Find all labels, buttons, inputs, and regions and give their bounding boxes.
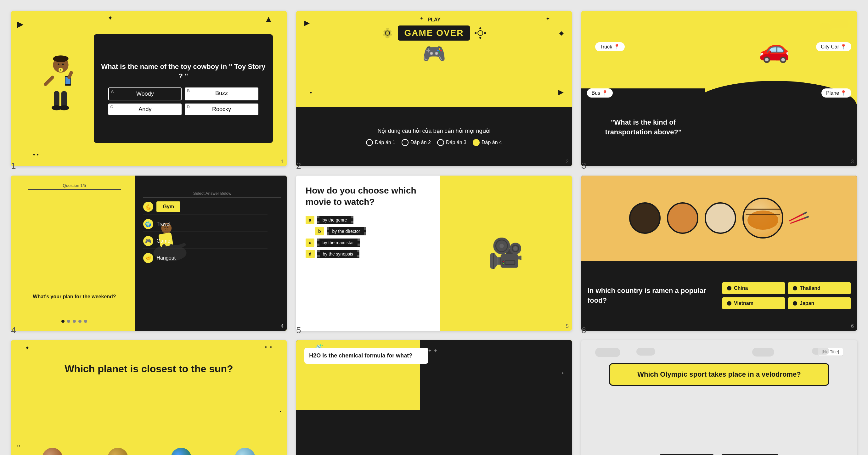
slide-4[interactable]: What's your plan for the weekend? Questi…: [11, 175, 287, 331]
top-section-6: 🥢: [581, 175, 857, 261]
slide-wrapper-9: [No Title] Which Olympic sport takes pla…: [577, 335, 862, 455]
divider-top: [28, 189, 121, 190]
cloud-s9-2: [637, 348, 655, 356]
star-2: ✦: [561, 371, 564, 376]
dot-5: [84, 320, 87, 323]
slide-6[interactable]: 🥢 In which country is ramen a popular fo…: [581, 175, 857, 331]
ans-opt-1[interactable]: Đáp án 1: [366, 139, 395, 146]
cloud-1: [830, 19, 849, 28]
circle-4: [473, 139, 479, 146]
deco-s2-6: ◆: [559, 30, 564, 36]
option-game[interactable]: 🎮 Game: [143, 236, 267, 249]
answers-row-2: Đáp án 1 Đáp án 2 Đáp án 3 Đáp án 4: [366, 139, 502, 146]
svg-point-10: [59, 105, 69, 110]
answer-d[interactable]: D Roocky: [185, 103, 258, 115]
bottom-section-6: In which country is ramen a popular food…: [581, 261, 857, 331]
ramen-ans-vietnam[interactable]: Vietnam: [722, 297, 785, 309]
answer-a-text: Woody: [136, 91, 154, 97]
slide-page-num: 1: [281, 159, 284, 165]
film-strip-d: by the synopsis: [317, 250, 360, 258]
letter-d: D: [187, 104, 189, 109]
dot-thailand: [793, 286, 797, 290]
slide-9[interactable]: [No Title] Which Olympic sport takes pla…: [581, 340, 857, 455]
ramen-ans-japan[interactable]: Japan: [788, 297, 851, 309]
gameover-title: GAME OVER: [398, 26, 470, 41]
ans-opt-2[interactable]: Đáp án 2: [402, 139, 431, 146]
answer-b-text: Buzz: [215, 90, 228, 96]
deco-s7-1: ✦: [25, 345, 30, 352]
option-d[interactable]: d by the synopsis: [306, 250, 430, 258]
slide-3[interactable]: 🚗 "What is the kind of transportation ab…: [581, 11, 857, 166]
slide-wrapper-3: 🚗 "What is the kind of transportation ab…: [577, 6, 862, 171]
slide-8[interactable]: 🧪 ✦ ✦ ✦ 📚 ⚗ H2O is the chemical formula …: [296, 340, 572, 455]
option-travel[interactable]: 🌍 Travel: [143, 219, 267, 232]
svg-rect-8: [61, 91, 67, 108]
option-b[interactable]: b by the director: [306, 227, 430, 235]
svg-point-15: [478, 31, 483, 36]
option-a[interactable]: a by the genre: [306, 216, 430, 224]
ramen-answers: China Thailand Vietnam Japan: [722, 282, 851, 309]
bowl-light: [705, 202, 736, 234]
slide-1[interactable]: ! ▶ ✦ ▲ • • What is the name of the toy …: [11, 11, 287, 166]
circle-2: [402, 139, 408, 146]
slide-2[interactable]: ▶ ✦ ▶ + + • ◆ PLAY GAME OVER: [296, 11, 572, 166]
gym-icon: 💪: [143, 202, 153, 212]
saturn-img-wrapper: [107, 448, 128, 455]
left-section-5: How do you choose which movie to watch? …: [296, 175, 440, 331]
answer-a[interactable]: A Woody: [108, 88, 182, 100]
deco-dots: • •: [33, 152, 39, 158]
ans-label-3: Đáp án 3: [446, 140, 466, 145]
option-c[interactable]: c by the main star: [306, 238, 430, 247]
label-plane: Plane 📍: [822, 89, 851, 98]
projector-icon: 🎥: [488, 237, 523, 270]
option-gym[interactable]: 💪 Gym: [143, 201, 267, 215]
question-text-8: H2O is the chemical formula for what?: [309, 352, 412, 359]
question-box-8: H2O is the chemical formula for what?: [304, 348, 428, 364]
answer-b[interactable]: B Buzz: [185, 88, 258, 100]
question-text-9: Which Olympic sport takes place in a vel…: [637, 370, 801, 378]
question-text-5: How do you choose which movie to watch?: [306, 185, 430, 208]
dot-china: [727, 286, 732, 290]
slide-wrapper-7: ✦ ✦ ✦ • • • Which planet is closest to t…: [6, 335, 291, 455]
svg-point-17: [479, 37, 482, 39]
slide-wrapper-4: What's your plan for the weekend? Questi…: [6, 171, 291, 335]
ramen-ans-china[interactable]: China: [722, 282, 785, 294]
svg-point-18: [475, 32, 477, 34]
slide-7[interactable]: ✦ ✦ ✦ • • • Which planet is closest to t…: [11, 340, 287, 455]
planet-saturn[interactable]: Saturn: [100, 448, 136, 455]
planet-earth[interactable]: Earth: [165, 448, 197, 455]
ramen-ans-thailand[interactable]: Thailand: [788, 282, 851, 294]
film-label-a: a: [306, 216, 314, 224]
answer-d-text: Roocky: [212, 106, 231, 112]
answer-c[interactable]: C Andy: [108, 103, 182, 115]
film-label-d: d: [306, 250, 315, 258]
planet-uranus[interactable]: Uranus: [226, 448, 264, 455]
star-1: ✦ ✦: [428, 348, 437, 354]
ans-opt-4[interactable]: Đáp án 4: [473, 139, 502, 146]
svg-line-5: [45, 77, 52, 84]
options-list-4: Select Answer Below 💪 Gym 🌍 Travel 🎮 Gam…: [143, 191, 281, 263]
option-game-text: Game: [156, 238, 170, 244]
svg-point-1: [53, 56, 68, 62]
question-sub-2: Nội dung câu hỏi của bạn cần hỏi mọi ngư…: [377, 127, 490, 134]
question-text-4: What's your plan for the weekend?: [17, 294, 132, 299]
cloud-2: [819, 23, 832, 30]
circle-1: [366, 139, 373, 146]
option-hangout[interactable]: 🤝 Hangout: [143, 253, 281, 263]
option-travel-text: Travel: [156, 221, 170, 227]
slide-wrapper-5: How do you choose which movie to watch? …: [291, 171, 577, 335]
slide-5[interactable]: How do you choose which movie to watch? …: [296, 175, 572, 331]
saturn-img: [107, 448, 128, 455]
ans-opt-3[interactable]: Đáp án 3: [437, 139, 466, 146]
film-label-b: b: [315, 227, 324, 235]
dot-vietnam: [727, 301, 732, 305]
bowl-dark: [629, 202, 660, 234]
slide-wrapper-1: ! ▶ ✦ ▲ • • What is the name of the toy …: [6, 6, 291, 171]
jupiter-img: [42, 448, 63, 455]
slide-number-5: 5: [296, 325, 301, 335]
slide-wrapper-6: 🥢 In which country is ramen a popular fo…: [577, 171, 862, 335]
select-label: Select Answer Below: [143, 191, 281, 198]
right-section-5: 🎥: [440, 175, 572, 331]
planet-jupiter[interactable]: Jupiter: [34, 448, 70, 455]
option-gym-text: Gym: [156, 201, 180, 212]
